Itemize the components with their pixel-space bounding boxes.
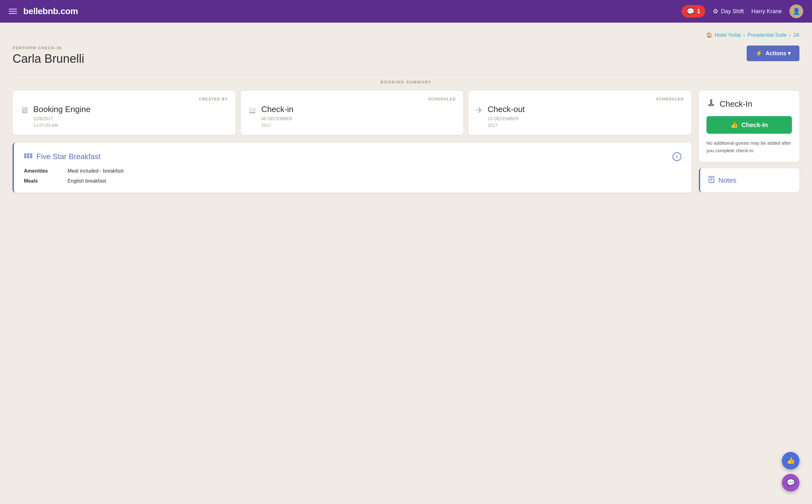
- checkin-title-icon: [707, 98, 716, 110]
- svg-rect-4: [28, 156, 29, 158]
- breadcrumb: 🏠 Hotel Yorba › Presidential Suite › 2A: [13, 32, 799, 38]
- notes-label: Notes: [718, 176, 736, 185]
- fab-container: 👍 💬: [782, 452, 799, 491]
- checkin-card: Check-In 👍 Check-In No additional guests…: [699, 91, 799, 162]
- svg-rect-3: [24, 156, 26, 158]
- checkout-date-card: SCHEDULED ✈ Check-out 13 DECEMBER2017: [468, 91, 691, 135]
- svg-rect-8: [709, 105, 714, 106]
- created-by-card: CREATED BY 🖥 Booking Engine 12/8/201711:…: [13, 91, 236, 135]
- checkin-date-card: SCHEDULED 🛎 Check-in 08 DECEMBER2017: [241, 91, 464, 135]
- checkin-card-label: Check-In: [720, 99, 752, 109]
- main-content: 🏠 Hotel Yorba › Presidential Suite › 2A …: [0, 23, 812, 202]
- package-card: Five Star Breakfast i Amenities · Meal i…: [13, 142, 691, 193]
- actions-label: Actions ▾: [766, 50, 791, 57]
- checkin-date-main: 🛎 Check-in 08 DECEMBER2017: [248, 105, 456, 129]
- package-info-icon[interactable]: i: [673, 152, 681, 161]
- notes-title: Notes: [708, 176, 792, 185]
- svg-rect-5: [30, 156, 32, 158]
- breadcrumb-sep2: ›: [789, 32, 791, 38]
- booking-summary-label: BOOKING SUMMARY: [13, 80, 799, 84]
- header: bellebnb.com 💬 1 ⚙ Day Shift Harry Krane…: [0, 0, 812, 23]
- shift-section[interactable]: ⚙ Day Shift: [713, 8, 744, 15]
- svg-rect-2: [30, 154, 32, 155]
- amenities-label: Amenities: [24, 168, 65, 174]
- svg-rect-0: [24, 154, 26, 155]
- package-details: Amenities · Meal included - breakfast Me…: [24, 168, 681, 184]
- page-title: Carla Brunelli: [13, 52, 84, 66]
- checkout-date-content: Check-out 13 DECEMBER2017: [487, 105, 525, 129]
- created-by-date: 12/8/201711:07:03 AM: [33, 115, 90, 129]
- package-icon: [24, 151, 33, 162]
- checkin-card-title: Check-In: [707, 98, 792, 110]
- page-header: PERFORM CHECK-IN Carla Brunelli ⚡ Action…: [13, 46, 799, 66]
- shift-label: Day Shift: [721, 8, 744, 15]
- package-header: Five Star Breakfast i: [24, 151, 681, 162]
- created-by-label: CREATED BY: [20, 97, 228, 101]
- svg-rect-1: [28, 154, 29, 155]
- page-subtitle: PERFORM CHECK-IN: [13, 46, 84, 50]
- right-panel: Check-In 👍 Check-In No additional guests…: [699, 91, 799, 193]
- created-by-main: 🖥 Booking Engine 12/8/201711:07:03 AM: [20, 105, 228, 129]
- summary-cards: CREATED BY 🖥 Booking Engine 12/8/201711:…: [13, 91, 691, 135]
- package-title-row: Five Star Breakfast: [24, 151, 100, 162]
- chat-icon: 💬: [687, 8, 695, 15]
- brand-logo: bellebnb.com: [23, 6, 78, 16]
- plane-icon: ✈: [476, 105, 483, 115]
- created-by-content: Booking Engine 12/8/201711:07:03 AM: [33, 105, 90, 129]
- home-icon: 🏠: [706, 32, 713, 38]
- checkin-date-content: Check-in 08 DECEMBER2017: [261, 105, 294, 129]
- created-by-title: Booking Engine: [33, 105, 90, 114]
- checkin-btn-label: Check-In: [741, 121, 768, 129]
- bell-icon: 🛎: [248, 105, 257, 115]
- checkin-button[interactable]: 👍 Check-In: [707, 116, 792, 134]
- checkin-note: No additional guests may be added after …: [707, 139, 792, 154]
- breadcrumb-hotel[interactable]: Hotel Yorba: [715, 32, 741, 38]
- checkin-date-title: Check-in: [261, 105, 294, 114]
- chat-count: 1: [697, 8, 700, 15]
- checkin-date-value: 08 DECEMBER2017: [261, 115, 294, 129]
- actions-button[interactable]: ⚡ Actions ▾: [747, 46, 799, 61]
- thumbsup-icon: 👍: [730, 121, 738, 129]
- hamburger-menu[interactable]: [9, 9, 17, 14]
- meals-value: · English breakfast: [65, 178, 681, 184]
- user-name: Harry Krane: [751, 8, 782, 15]
- notes-icon: [708, 176, 715, 185]
- user-avatar[interactable]: 👤: [789, 4, 803, 18]
- meals-label: Meals: [24, 178, 65, 184]
- notes-card: Notes: [699, 168, 799, 192]
- bolt-icon: ⚡: [756, 50, 762, 57]
- thumbsup-fab[interactable]: 👍: [782, 452, 799, 469]
- svg-rect-11: [709, 176, 714, 183]
- package-title: Five Star Breakfast: [36, 152, 100, 161]
- content-left: CREATED BY 🖥 Booking Engine 12/8/201711:…: [13, 91, 691, 193]
- content-grid: CREATED BY 🖥 Booking Engine 12/8/201711:…: [13, 91, 799, 193]
- checkout-date-title: Check-out: [487, 105, 525, 114]
- checkout-date-value: 13 DECEMBER2017: [487, 115, 525, 129]
- chat-badge[interactable]: 💬 1: [682, 5, 705, 18]
- header-right: 💬 1 ⚙ Day Shift Harry Krane 👤: [682, 4, 803, 18]
- amenities-value: · Meal included - breakfast: [65, 168, 681, 174]
- checkin-scheduled-label: SCHEDULED: [248, 97, 456, 101]
- breadcrumb-suite[interactable]: Presidential Suite: [748, 32, 787, 38]
- shift-icon: ⚙: [713, 8, 718, 15]
- checkout-scheduled-label: SCHEDULED: [476, 97, 684, 101]
- header-left: bellebnb.com: [9, 6, 78, 16]
- header-divider: [13, 74, 799, 75]
- svg-point-6: [711, 100, 712, 101]
- chat-fab[interactable]: 💬: [782, 474, 799, 491]
- breadcrumb-room[interactable]: 2A: [793, 32, 799, 38]
- booking-engine-icon: 🖥: [20, 105, 29, 115]
- breadcrumb-sep1: ›: [743, 32, 745, 38]
- page-header-left: PERFORM CHECK-IN Carla Brunelli: [13, 46, 84, 66]
- checkout-date-main: ✈ Check-out 13 DECEMBER2017: [476, 105, 684, 129]
